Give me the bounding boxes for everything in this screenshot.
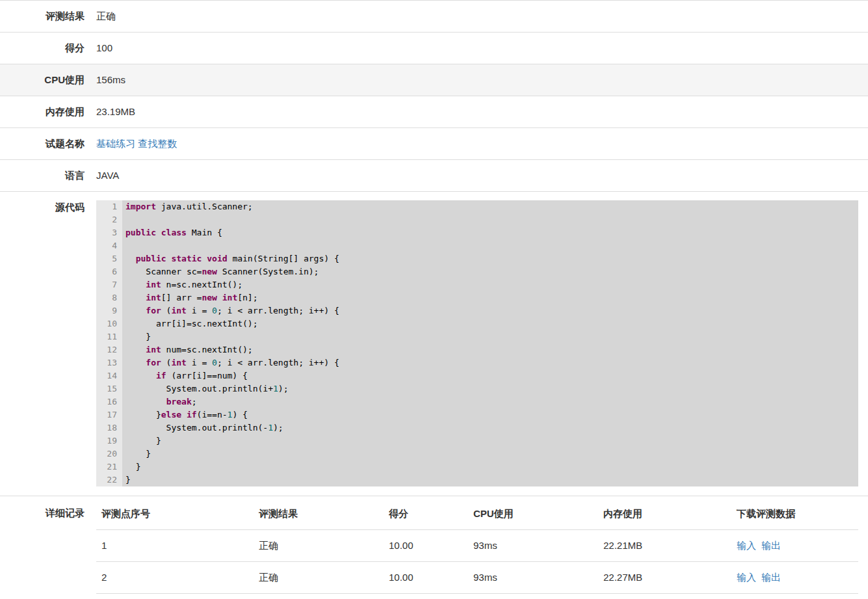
code-text: System.out.println(-1); — [122, 421, 858, 434]
cpu-label: CPU使用 — [0, 64, 85, 96]
problem-value: 基础练习 查找整数 — [85, 128, 177, 159]
row-details: 详细记录 评测点序号评测结果得分CPU使用内存使用下载评测数据 1正确10.00… — [0, 496, 868, 594]
line-number: 19 — [96, 434, 122, 447]
code-line: 15 System.out.println(i+1); — [96, 382, 858, 395]
code-text: for (int i = 0; i < arr.length; i++) { — [122, 304, 858, 317]
details-header-cell: 得分 — [384, 496, 468, 530]
code-line: 8 int[] arr =new int[n]; — [96, 291, 858, 304]
line-number: 11 — [96, 330, 122, 343]
code-line: 4 — [96, 239, 858, 252]
language-label: 语言 — [0, 160, 85, 191]
code-text — [122, 239, 858, 252]
code-line: 18 System.out.println(-1); — [96, 421, 858, 434]
code-line: 21 } — [96, 460, 858, 473]
line-number: 15 — [96, 382, 122, 395]
details-header-cell: 评测结果 — [254, 496, 384, 530]
problem-label: 试题名称 — [0, 128, 85, 159]
code-text: } — [122, 330, 858, 343]
code-text: for (int i = 0; i < arr.length; i++) { — [122, 356, 858, 369]
line-number: 7 — [96, 278, 122, 291]
line-number: 6 — [96, 265, 122, 278]
line-number: 13 — [96, 356, 122, 369]
details-header-row: 评测点序号评测结果得分CPU使用内存使用下载评测数据 — [96, 496, 858, 530]
code-text — [122, 213, 858, 226]
line-number: 18 — [96, 421, 122, 434]
input-download-link[interactable]: 输入 — [737, 572, 756, 583]
score-value: 100 — [85, 33, 112, 64]
details-header-cell: 内存使用 — [598, 496, 731, 530]
judge-result-page: 评测结果 正确 得分 100 CPU使用 156ms 内存使用 23.19MB … — [0, 0, 868, 594]
score-label: 得分 — [0, 33, 85, 64]
code-line: 20 } — [96, 447, 858, 460]
line-number: 2 — [96, 213, 122, 226]
code-line: 14 if (arr[i]==num) { — [96, 369, 858, 382]
code-line: 6 Scanner sc=new Scanner(System.in); — [96, 265, 858, 278]
language-value: JAVA — [85, 160, 119, 191]
details-cell-cpu: 93ms — [468, 530, 598, 562]
code-text: } — [122, 447, 858, 460]
code-text: public class Main { — [122, 226, 858, 239]
problem-link[interactable]: 基础练习 查找整数 — [96, 138, 177, 149]
code-text: } — [122, 434, 858, 447]
line-number: 14 — [96, 369, 122, 382]
code-text: break; — [122, 395, 858, 408]
line-number: 3 — [96, 226, 122, 239]
row-memory: 内存使用 23.19MB — [0, 96, 868, 128]
code-text: int n=sc.nextInt(); — [122, 278, 858, 291]
code-line: 13 for (int i = 0; i < arr.length; i++) … — [96, 356, 858, 369]
source-label: 源代码 — [0, 200, 85, 215]
code-line: 17 }else if(i==n-1) { — [96, 408, 858, 421]
memory-value: 23.19MB — [85, 96, 135, 127]
details-cell-memory: 22.27MB — [598, 562, 731, 594]
details-row: 2正确10.0093ms22.27MB输入输出 — [96, 562, 858, 594]
code-text: }else if(i==n-1) { — [122, 408, 858, 421]
code-block: 1import java.util.Scanner;23public class… — [96, 200, 858, 486]
code-text: Scanner sc=new Scanner(System.in); — [122, 265, 858, 278]
code-line: 2 — [96, 213, 858, 226]
details-cell-cpu: 93ms — [468, 562, 598, 594]
code-line: 12 int num=sc.nextInt(); — [96, 343, 858, 356]
row-source-code: 源代码 1import java.util.Scanner;23public c… — [0, 192, 868, 496]
input-download-link[interactable]: 输入 — [737, 540, 756, 551]
line-number: 12 — [96, 343, 122, 356]
line-number: 17 — [96, 408, 122, 421]
code-text: if (arr[i]==num) { — [122, 369, 858, 382]
result-label: 评测结果 — [0, 1, 85, 32]
row-result: 评测结果 正确 — [0, 1, 868, 33]
line-number: 16 — [96, 395, 122, 408]
output-download-link[interactable]: 输出 — [761, 540, 781, 551]
code-line: 5 public static void main(String[] args)… — [96, 252, 858, 265]
code-text: System.out.println(i+1); — [122, 382, 858, 395]
code-line: 10 arr[i]=sc.nextInt(); — [96, 317, 858, 330]
row-score: 得分 100 — [0, 33, 868, 64]
details-label: 详细记录 — [0, 496, 85, 530]
line-number: 4 — [96, 239, 122, 252]
details-row: 1正确10.0093ms22.21MB输入输出 — [96, 530, 858, 562]
code-line: 7 int n=sc.nextInt(); — [96, 278, 858, 291]
line-number: 9 — [96, 304, 122, 317]
details-cell-downloads: 输入输出 — [731, 562, 858, 594]
memory-label: 内存使用 — [0, 96, 85, 127]
details-cell-memory: 22.21MB — [598, 530, 731, 562]
output-download-link[interactable]: 输出 — [761, 572, 781, 583]
details-cell-result: 正确 — [254, 562, 384, 594]
row-language: 语言 JAVA — [0, 160, 868, 192]
row-problem: 试题名称 基础练习 查找整数 — [0, 128, 868, 160]
details-cell-score: 10.00 — [384, 562, 468, 594]
line-number: 10 — [96, 317, 122, 330]
cpu-value: 156ms — [85, 64, 125, 96]
details-header-cell: 评测点序号 — [96, 496, 254, 530]
details-cell-no: 1 — [96, 530, 254, 562]
code-text: import java.util.Scanner; — [122, 200, 858, 213]
code-text: arr[i]=sc.nextInt(); — [122, 317, 858, 330]
line-number: 20 — [96, 447, 122, 460]
code-text: } — [122, 460, 858, 473]
code-text: int num=sc.nextInt(); — [122, 343, 858, 356]
line-number: 22 — [96, 473, 122, 486]
line-number: 5 — [96, 252, 122, 265]
code-line: 1import java.util.Scanner; — [96, 200, 858, 213]
details-header-cell: 下载评测数据 — [731, 496, 858, 530]
code-line: 22} — [96, 473, 858, 486]
code-text: int[] arr =new int[n]; — [122, 291, 858, 304]
line-number: 1 — [96, 200, 122, 213]
